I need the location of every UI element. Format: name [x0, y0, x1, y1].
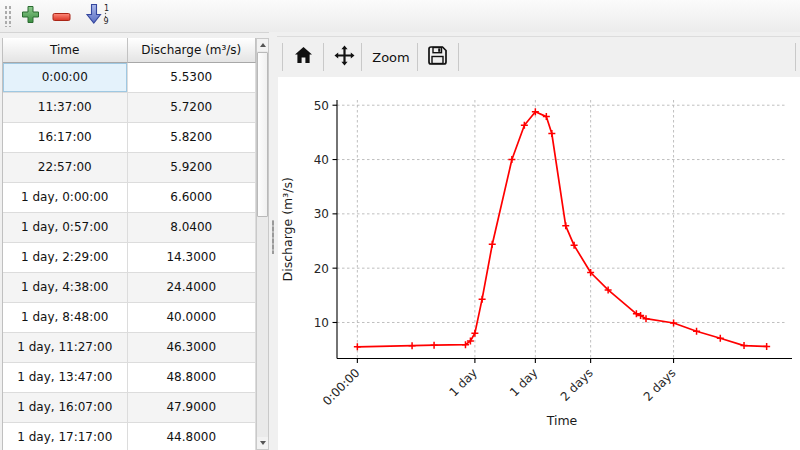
time-cell[interactable]: 1 day, 17:17:00 [3, 423, 128, 450]
table-row: 22:57:005.9200 [3, 153, 256, 183]
time-cell[interactable]: 1 day, 4:38:00 [3, 273, 128, 303]
table-rows: 0:00:005.530011:37:005.720016:17:005.820… [3, 63, 256, 450]
table-row: 16:17:005.8200 [3, 123, 256, 153]
table-row: 1 day, 8:48:0040.0000 [3, 303, 256, 333]
column-header-time[interactable]: Time [3, 38, 128, 63]
time-cell[interactable]: 1 day, 8:48:00 [3, 303, 128, 333]
panel-splitter[interactable] [269, 32, 277, 450]
data-point-marker [763, 343, 770, 350]
x-axis-label: Time [546, 413, 578, 428]
time-cell[interactable]: 0:00:00 [3, 63, 128, 93]
y-tick-label: 10 [314, 316, 329, 330]
time-cell[interactable]: 16:17:00 [3, 123, 128, 153]
discharge-line [357, 112, 766, 347]
toolbar-separator [361, 43, 362, 71]
discharge-cell[interactable]: 46.3000 [128, 333, 256, 363]
discharge-cell[interactable]: 5.7200 [128, 93, 256, 123]
column-header-discharge[interactable]: Discharge (m³/s) [128, 38, 256, 63]
scrollbar-thumb[interactable] [257, 52, 268, 217]
x-tick-label: 1 day [446, 366, 480, 400]
time-cell[interactable]: 1 day, 0:57:00 [3, 213, 128, 243]
x-tick-label: 2 days [558, 366, 596, 404]
data-point-marker [471, 330, 478, 337]
time-cell[interactable]: 1 day, 0:00:00 [3, 183, 128, 213]
y-tick-label: 50 [314, 99, 329, 113]
sort-ascending-icon: 1 9 [85, 2, 111, 30]
data-point-marker [489, 241, 496, 248]
save-button[interactable] [424, 43, 450, 71]
home-icon [294, 46, 313, 68]
chart-canvas: 10203040500:00:001 day1 day2 days2 daysT… [278, 77, 800, 450]
data-point-marker [741, 342, 748, 349]
toolbar-separator [458, 43, 459, 71]
discharge-cell[interactable]: 8.0400 [128, 213, 256, 243]
sort-button[interactable]: 1 9 [84, 4, 112, 28]
time-cell[interactable]: 22:57:00 [3, 153, 128, 183]
discharge-cell[interactable]: 48.8000 [128, 363, 256, 393]
scroll-down-button[interactable] [257, 437, 268, 449]
main-toolbar: 1 9 [0, 0, 800, 33]
time-cell[interactable]: 1 day, 11:27:00 [3, 333, 128, 363]
discharge-cell[interactable]: 5.9200 [128, 153, 256, 183]
down-arrow-icon [260, 441, 266, 445]
table-row: 1 day, 0:57:008.0400 [3, 213, 256, 243]
table-scrollbar[interactable] [256, 38, 269, 450]
up-arrow-icon [260, 43, 266, 47]
discharge-cell[interactable]: 6.6000 [128, 183, 256, 213]
discharge-cell[interactable]: 5.5300 [128, 63, 256, 93]
data-point-marker [409, 342, 416, 349]
time-cell[interactable]: 1 day, 13:47:00 [3, 363, 128, 393]
toolbar-separator [417, 43, 418, 71]
data-point-marker [543, 113, 550, 120]
table-row: 1 day, 16:07:0047.9000 [3, 393, 256, 423]
time-cell[interactable]: 1 day, 2:29:00 [3, 243, 128, 273]
table-row: 11:37:005.7200 [3, 93, 256, 123]
discharge-cell[interactable]: 47.9000 [128, 393, 256, 423]
toolbar-separator [795, 43, 796, 71]
time-cell[interactable]: 11:37:00 [3, 93, 128, 123]
discharge-cell[interactable]: 14.3000 [128, 243, 256, 273]
chart-toolbar: Zoom [277, 36, 800, 77]
remove-row-button[interactable] [50, 4, 74, 28]
hydrograph-chart[interactable]: 10203040500:00:001 day1 day2 days2 daysT… [278, 77, 800, 450]
table-row: 1 day, 13:47:0048.8000 [3, 363, 256, 393]
zoom-button-label: Zoom [372, 50, 409, 65]
y-axis-label: Discharge (m³/s) [280, 177, 295, 281]
table-row: 1 day, 17:17:0044.8000 [3, 423, 256, 450]
data-point-marker [508, 156, 515, 163]
table-header: Time Discharge (m³/s) [3, 38, 256, 63]
y-tick-label: 40 [314, 153, 329, 167]
x-tick-label: 2 days [641, 366, 679, 404]
table-row: 1 day, 0:00:006.6000 [3, 183, 256, 213]
scroll-up-button[interactable] [257, 39, 268, 51]
table-row: 0:00:005.5300 [3, 63, 256, 93]
data-point-marker [670, 320, 677, 327]
zoom-button[interactable]: Zoom [369, 43, 413, 71]
table-row: 1 day, 4:38:0024.4000 [3, 273, 256, 303]
discharge-cell[interactable]: 40.0000 [128, 303, 256, 333]
pan-button[interactable] [331, 43, 357, 71]
data-point-marker [354, 343, 361, 350]
discharge-cell[interactable]: 5.8200 [128, 123, 256, 153]
table-row: 1 day, 2:29:0014.3000 [3, 243, 256, 273]
svg-text:9: 9 [104, 17, 109, 26]
time-cell[interactable]: 1 day, 16:07:00 [3, 393, 128, 423]
discharge-cell[interactable]: 24.4000 [128, 273, 256, 303]
toolbar-grip-handle[interactable] [4, 5, 12, 27]
svg-text:1: 1 [104, 4, 109, 13]
home-button[interactable] [291, 43, 315, 71]
data-point-marker [693, 328, 700, 335]
discharge-cell[interactable]: 44.8000 [128, 423, 256, 450]
data-point-marker [562, 222, 569, 229]
save-floppy-icon [427, 45, 448, 70]
add-row-button[interactable] [18, 4, 42, 28]
chart-panel: Zoom 10203040500:00:001 day1 day2 days2 … [277, 32, 800, 450]
data-point-marker [479, 296, 486, 303]
y-tick-label: 30 [314, 207, 329, 221]
hydrograph-table: Time Discharge (m³/s) 0:00:005.530011:37… [2, 38, 256, 450]
splitter-grip-icon [272, 220, 274, 254]
pan-arrows-icon [334, 45, 355, 70]
x-tick-label: 0:00:00 [320, 366, 363, 409]
data-point-marker [431, 342, 438, 349]
green-plus-icon [21, 5, 40, 28]
